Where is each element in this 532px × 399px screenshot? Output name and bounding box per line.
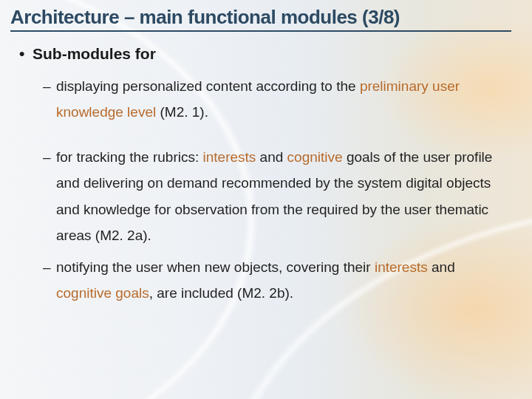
sub-bullet-1-text: displaying personalized content accordin…: [56, 78, 460, 120]
sub-bullet-1: –displaying personalized content accordi…: [56, 73, 511, 125]
sub-bullet-3-text: notifying the user when new objects, cov…: [56, 259, 455, 301]
dash-icon: –: [43, 144, 56, 170]
sub-bullet-3: –notifying the user when new objects, co…: [56, 254, 511, 306]
slide: Architecture – main functional modules (…: [0, 0, 532, 399]
sub-bullet-2-text: for tracking the rubrics: interests and …: [56, 149, 492, 242]
bullet-level1-text: Sub-modules for: [33, 45, 156, 62]
bullet-level1: •Sub-modules for: [33, 45, 511, 63]
sub-bullet-2: –for tracking the rubrics: interests and…: [56, 144, 511, 248]
dash-icon: –: [43, 254, 56, 280]
slide-title: Architecture – main functional modules (…: [10, 6, 511, 29]
bullet-icon: •: [19, 45, 33, 63]
dash-icon: –: [43, 73, 56, 99]
title-underline: [10, 30, 511, 32]
